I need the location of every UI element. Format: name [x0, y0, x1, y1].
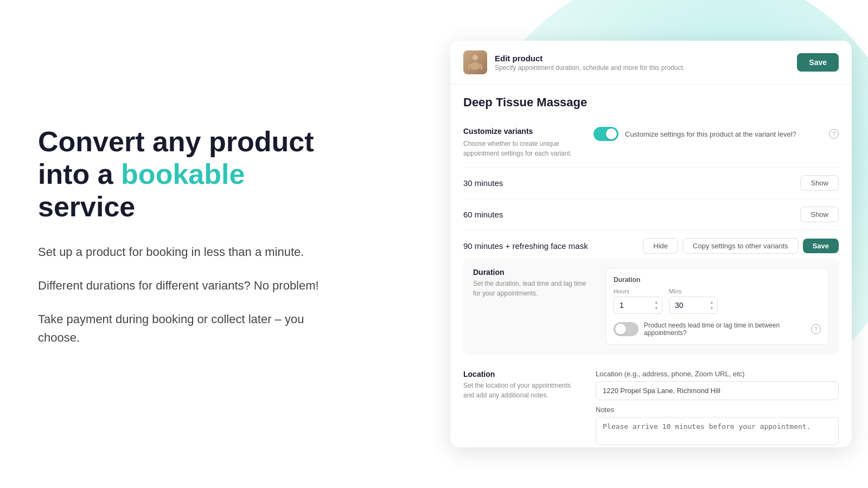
duration-label-inline: Duration	[614, 276, 640, 284]
variant-row-60min: 60 minutes Show	[463, 199, 839, 230]
duration-desc: Set the duration, lead time and lag time…	[473, 279, 592, 298]
location-input[interactable]	[596, 381, 839, 400]
right-panel: Edit product Specify appointment duratio…	[358, 0, 868, 488]
lead-lag-row: Product needs lead time or lag time in b…	[614, 322, 821, 337]
left-panel: Convert any product into a bookable serv…	[0, 0, 358, 488]
variant-90min-hide-button[interactable]: Hide	[643, 238, 678, 254]
card-header-text: Edit product Specify appointment duratio…	[495, 54, 797, 72]
svg-point-1	[470, 62, 480, 70]
duration-left: Duration Set the duration, lead time and…	[473, 268, 592, 345]
duration-box: Duration Hours ▲	[605, 268, 829, 345]
hero-line1: Convert any product	[38, 126, 314, 157]
customize-variants-row: Customize variants Choose whether to cre…	[463, 118, 839, 168]
duration-inputs: Hours ▲ ▼	[614, 288, 821, 314]
variant-60min-label: 60 minutes	[463, 210, 800, 219]
product-card: Edit product Specify appointment duratio…	[450, 41, 852, 447]
duration-label: Duration	[473, 268, 592, 277]
mins-spinner: ▲ ▼	[708, 300, 716, 311]
customize-toggle-text: Customize settings for this product at t…	[625, 130, 822, 138]
mins-down-btn[interactable]: ▼	[708, 306, 716, 311]
hero-body1: Set up a product for booking in less tha…	[38, 243, 320, 261]
variant-90min-save-button[interactable]: Save	[803, 239, 839, 253]
mins-label: Mins	[669, 288, 718, 294]
header-save-button[interactable]: Save	[797, 53, 839, 72]
variant-60min-show-button[interactable]: Show	[800, 207, 839, 222]
card-body: Deep Tissue Massage Customize variants C…	[450, 85, 852, 447]
card-header-title: Edit product	[495, 54, 797, 63]
mins-input-wrap: ▲ ▼	[669, 297, 718, 314]
location-label: Location	[463, 370, 583, 378]
variant-row-30min: 30 minutes Show	[463, 168, 839, 199]
product-avatar	[463, 50, 487, 74]
location-right: Location (e.g., address, phone, Zoom URL…	[596, 370, 839, 447]
notes-textarea[interactable]: Please arrive 10 minutes before your app…	[596, 417, 839, 445]
hero-line2-normal: into a	[38, 158, 121, 190]
duration-two-col: Duration Set the duration, lead time and…	[473, 268, 829, 345]
duration-row-label: Duration	[614, 276, 821, 284]
location-left: Location Set the location of your appoin…	[463, 370, 583, 447]
hero-line2-end: service	[38, 191, 135, 222]
variant-30min-show-button[interactable]: Show	[800, 175, 839, 191]
lead-lag-help-icon[interactable]: ?	[811, 324, 821, 334]
customize-variants-right: Customize settings for this product at t…	[593, 127, 839, 141]
variant-90min-label: 90 minutes + refreshing face mask	[463, 241, 643, 251]
lead-lag-text: Product needs lead time or lag time in b…	[644, 322, 806, 337]
location-desc: Set the location of your appointments an…	[463, 381, 583, 400]
mins-up-btn[interactable]: ▲	[708, 300, 716, 305]
location-section: Location Set the location of your appoin…	[463, 362, 839, 447]
lead-lag-toggle[interactable]	[614, 322, 639, 336]
avatar-img	[463, 50, 487, 74]
hero-line2-highlight: bookable	[121, 158, 245, 190]
duration-section: Duration Set the duration, lead time and…	[463, 258, 839, 355]
hours-up-btn[interactable]: ▲	[653, 300, 660, 305]
notes-label: Notes	[596, 406, 839, 414]
customize-variants-desc: Choose whether to create unique appointm…	[463, 139, 593, 158]
product-title: Deep Tissue Massage	[463, 85, 839, 118]
customize-variants-left: Customize variants Choose whether to cre…	[463, 127, 593, 158]
duration-right: Duration Hours ▲	[605, 268, 829, 345]
variant-30min-label: 30 minutes	[463, 178, 800, 188]
hours-input-wrap: ▲ ▼	[614, 297, 662, 314]
hours-spinner: ▲ ▼	[653, 300, 660, 311]
duration-hours-group: Hours ▲ ▼	[614, 288, 662, 314]
customize-help-icon[interactable]: ?	[829, 129, 839, 139]
variant-row-90min-expanded: 90 minutes + refreshing face mask Hide C…	[463, 230, 839, 447]
customize-variants-toggle[interactable]	[593, 127, 618, 141]
hero-body3: Take payment during booking or collect l…	[38, 310, 320, 347]
card-header: Edit product Specify appointment duratio…	[450, 41, 852, 85]
svg-point-0	[473, 55, 478, 60]
hero-title: Convert any product into a bookable serv…	[38, 126, 320, 223]
active-variant-header: 90 minutes + refreshing face mask Hide C…	[463, 230, 839, 258]
hero-body2: Different durations for different varian…	[38, 277, 320, 295]
variant-90min-copy-button[interactable]: Copy settings to other variants	[682, 238, 799, 254]
card-header-subtitle: Specify appointment duration, schedule a…	[495, 64, 797, 72]
hours-down-btn[interactable]: ▼	[653, 306, 660, 311]
location-input-label: Location (e.g., address, phone, Zoom URL…	[596, 370, 839, 378]
hours-label: Hours	[614, 288, 662, 294]
customize-variants-label: Customize variants	[463, 127, 593, 136]
duration-mins-group: Mins ▲ ▼	[669, 288, 718, 314]
